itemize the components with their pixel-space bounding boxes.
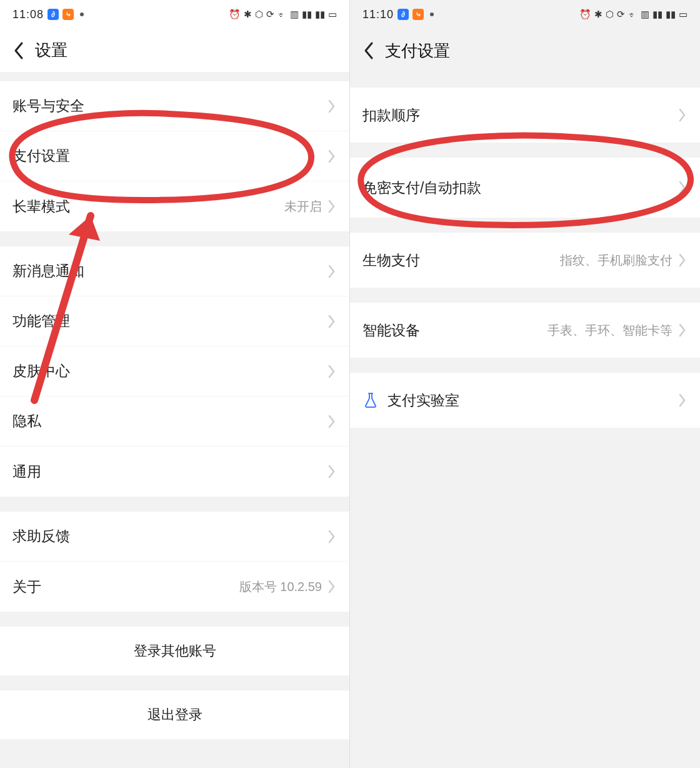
spacer	[0, 73, 349, 81]
phone-settings: 11:08 ∂ ⤷ ⏰ ✱ ⬡ ⟳ ᯤ ▥ ▮▮ ▮▮ ▭ 设置 账号与安全	[0, 0, 350, 768]
page-title: 设置	[35, 39, 68, 61]
chevron-right-icon	[328, 415, 336, 428]
row-label: 关于	[12, 577, 41, 597]
row-value: 指纹、手机刷脸支付	[560, 252, 672, 269]
status-left: 11:08 ∂ ⤷	[12, 8, 86, 21]
row-notifications[interactable]: 新消息通知	[0, 246, 349, 296]
login-other-account-button[interactable]: 登录其他账号	[0, 627, 349, 675]
chevron-right-icon	[679, 323, 686, 337]
row-general[interactable]: 通用	[0, 447, 349, 497]
status-right: ⏰ ✱ ⬡ ⟳ ᯤ ▥ ▮▮ ▮▮ ▭	[229, 9, 337, 20]
flask-icon	[362, 392, 379, 408]
row-label: 智能设备	[362, 321, 420, 340]
battery-icon: ▭	[679, 9, 688, 20]
back-button[interactable]	[359, 41, 379, 61]
spacer	[350, 218, 700, 233]
settings-group-3: 求助反馈 关于 版本号 10.2.59	[0, 512, 349, 612]
signal-2-icon: ▮▮	[315, 9, 325, 20]
status-right: ⏰ ✱ ⬡ ⟳ ᯤ ▥ ▮▮ ▮▮ ▭	[579, 9, 688, 20]
shield-icon: ⬡	[606, 9, 614, 20]
row-label: 隐私	[12, 412, 41, 431]
phone-payment-settings: 11:10 ∂ ⤷ ⏰ ✱ ⬡ ⟳ ᯤ ▥ ▮▮ ▮▮ ▭ 支付设置 扣款顺序 …	[350, 0, 700, 768]
page-title: 支付设置	[385, 40, 450, 62]
status-bar: 11:10 ∂ ⤷ ⏰ ✱ ⬡ ⟳ ᯤ ▥ ▮▮ ▮▮ ▭	[350, 0, 700, 29]
status-time: 11:10	[362, 8, 394, 21]
row-label: 通用	[12, 462, 41, 482]
row-about[interactable]: 关于 版本号 10.2.59	[0, 562, 349, 612]
signal-2-icon: ▮▮	[666, 9, 676, 20]
wifi-icon: ᯤ	[278, 9, 287, 20]
logout-label: 退出登录	[148, 705, 202, 724]
nav-header: 支付设置	[350, 29, 700, 73]
row-label: 求助反馈	[12, 527, 70, 546]
battery-icon: ▭	[328, 9, 337, 20]
row-help-feedback[interactable]: 求助反馈	[0, 512, 349, 562]
chevron-right-icon	[328, 365, 336, 378]
nfc-icon: ▥	[290, 9, 299, 20]
row-skin-center[interactable]: 皮肤中心	[0, 346, 349, 397]
back-button[interactable]	[9, 41, 29, 61]
status-time: 11:08	[12, 8, 44, 21]
row-value: 未开启	[284, 198, 322, 215]
status-left: 11:10 ∂ ⤷	[362, 8, 436, 21]
row-label: 长辈模式	[12, 197, 70, 216]
row-biometric-payment[interactable]: 生物支付 指纹、手机刷脸支付	[350, 233, 700, 288]
chevron-right-icon	[328, 149, 336, 163]
spacer	[350, 143, 700, 158]
app-icon: ⤷	[62, 9, 74, 20]
alarm-icon: ⏰	[229, 9, 241, 20]
row-account-security[interactable]: 账号与安全	[0, 81, 349, 131]
row-smart-devices[interactable]: 智能设备 手表、手环、智能卡等	[350, 303, 700, 358]
alipay-app-icon: ∂	[48, 9, 59, 20]
chevron-right-icon	[328, 265, 336, 278]
signal-1-icon: ▮▮	[302, 9, 312, 20]
status-dot-icon	[80, 13, 84, 16]
row-value: 手表、手环、智能卡等	[548, 322, 672, 339]
settings-group-1: 账号与安全 支付设置 长辈模式 未开启	[0, 81, 349, 231]
alarm-icon: ⏰	[579, 9, 591, 20]
chevron-left-icon	[13, 41, 24, 60]
row-deduction-order[interactable]: 扣款顺序	[350, 88, 700, 143]
chevron-right-icon	[328, 315, 336, 328]
row-payment-settings[interactable]: 支付设置	[0, 131, 349, 181]
sync-icon: ⟳	[617, 9, 625, 20]
chevron-right-icon	[679, 181, 686, 195]
app-icon: ⤷	[412, 9, 424, 20]
row-label: 生物支付	[362, 251, 420, 270]
bluetooth-icon: ✱	[244, 9, 252, 20]
status-bar: 11:08 ∂ ⤷ ⏰ ✱ ⬡ ⟳ ᯤ ▥ ▮▮ ▮▮ ▭	[0, 0, 349, 29]
row-passwordless-payment[interactable]: 免密支付/自动扣款	[350, 158, 700, 218]
settings-group-2: 新消息通知 功能管理 皮肤中心 隐私 通用	[0, 246, 349, 497]
spacer	[350, 358, 700, 373]
spacer	[350, 288, 700, 303]
row-label: 扣款顺序	[362, 106, 420, 125]
row-label: 功能管理	[12, 311, 70, 331]
alipay-app-icon: ∂	[398, 9, 409, 20]
row-privacy[interactable]: 隐私	[0, 397, 349, 447]
shield-icon: ⬡	[255, 9, 263, 20]
bluetooth-icon: ✱	[594, 9, 602, 20]
signal-1-icon: ▮▮	[652, 9, 662, 20]
wifi-icon: ᯤ	[628, 9, 638, 20]
login-other-account-label: 登录其他账号	[134, 642, 216, 660]
chevron-right-icon	[679, 393, 686, 407]
chevron-right-icon	[328, 530, 336, 543]
nfc-icon: ▥	[641, 9, 649, 20]
row-label: 账号与安全	[12, 96, 84, 116]
row-label: 免密支付/自动扣款	[362, 178, 481, 198]
row-elder-mode[interactable]: 长辈模式 未开启	[0, 181, 349, 231]
row-label: 支付设置	[12, 146, 70, 166]
chevron-right-icon	[328, 99, 336, 113]
chevron-right-icon	[679, 108, 686, 122]
row-feature-management[interactable]: 功能管理	[0, 296, 349, 346]
logout-button[interactable]: 退出登录	[0, 690, 349, 739]
row-payment-lab[interactable]: 支付实验室	[350, 373, 700, 428]
row-value: 版本号 10.2.59	[239, 579, 322, 595]
nav-header: 设置	[0, 29, 349, 73]
chevron-right-icon	[679, 253, 686, 267]
row-label: 皮肤中心	[12, 361, 70, 381]
chevron-left-icon	[363, 41, 374, 60]
chevron-right-icon	[328, 465, 336, 478]
spacer	[350, 73, 700, 88]
status-dot-icon	[430, 13, 434, 16]
